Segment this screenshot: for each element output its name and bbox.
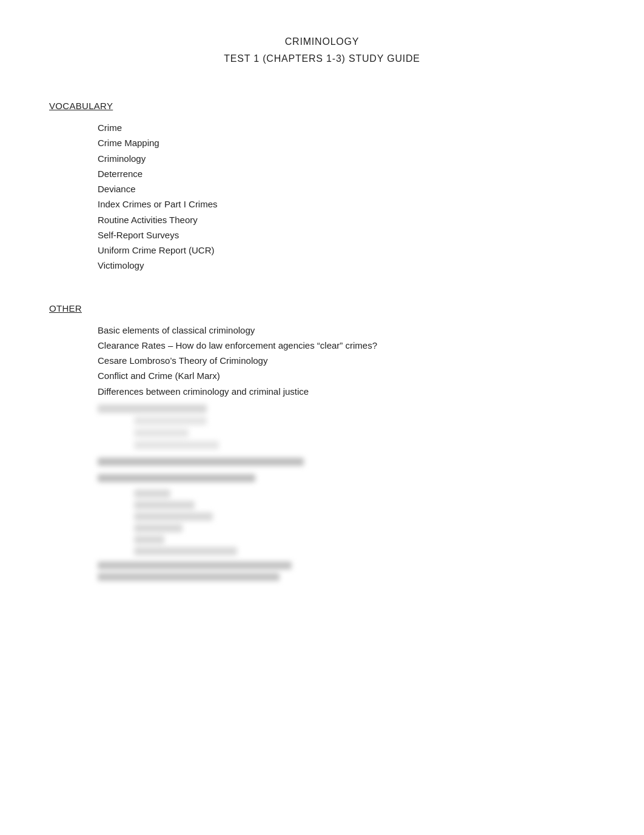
vocabulary-list: Crime Crime Mapping Criminology Deterren… — [98, 121, 595, 273]
sub-title: TEST 1 (CHAPTERS 1-3) STUDY GUIDE — [49, 53, 595, 64]
list-item: Uniform Crime Report (UCR) — [98, 243, 595, 257]
list-item: Index Crimes or Part I Crimes — [98, 197, 595, 211]
list-item: Cesare Lombroso’s Theory of Criminology — [98, 354, 595, 367]
list-item: Self-Report Surveys — [98, 228, 595, 242]
list-item: Victimology — [98, 258, 595, 272]
vocabulary-heading: VOCABULARY — [49, 101, 595, 111]
list-item: Routine Activities Theory — [98, 213, 595, 227]
header: CRIMINOLOGY TEST 1 (CHAPTERS 1-3) STUDY … — [49, 36, 595, 64]
list-item: Crime — [98, 121, 595, 135]
vocabulary-section: VOCABULARY Crime Crime Mapping Criminolo… — [49, 101, 595, 273]
list-item: Conflict and Crime (Karl Marx) — [98, 369, 595, 383]
list-item: Deviance — [98, 182, 595, 196]
list-item: Crime Mapping — [98, 136, 595, 150]
list-item: Clearance Rates – How do law enforcement… — [98, 338, 595, 352]
other-list: Basic elements of classical criminology … — [98, 323, 595, 398]
main-title: CRIMINOLOGY — [49, 36, 595, 47]
other-heading: OTHER — [49, 303, 595, 314]
list-item: Deterrence — [98, 167, 595, 181]
list-item: Basic elements of classical criminology — [98, 323, 595, 337]
other-section: OTHER Basic elements of classical crimin… — [49, 303, 595, 581]
blurred-content — [98, 404, 595, 581]
list-item: Differences between criminology and crim… — [98, 384, 595, 398]
page-container: CRIMINOLOGY TEST 1 (CHAPTERS 1-3) STUDY … — [49, 36, 595, 581]
list-item: Criminology — [98, 152, 595, 166]
